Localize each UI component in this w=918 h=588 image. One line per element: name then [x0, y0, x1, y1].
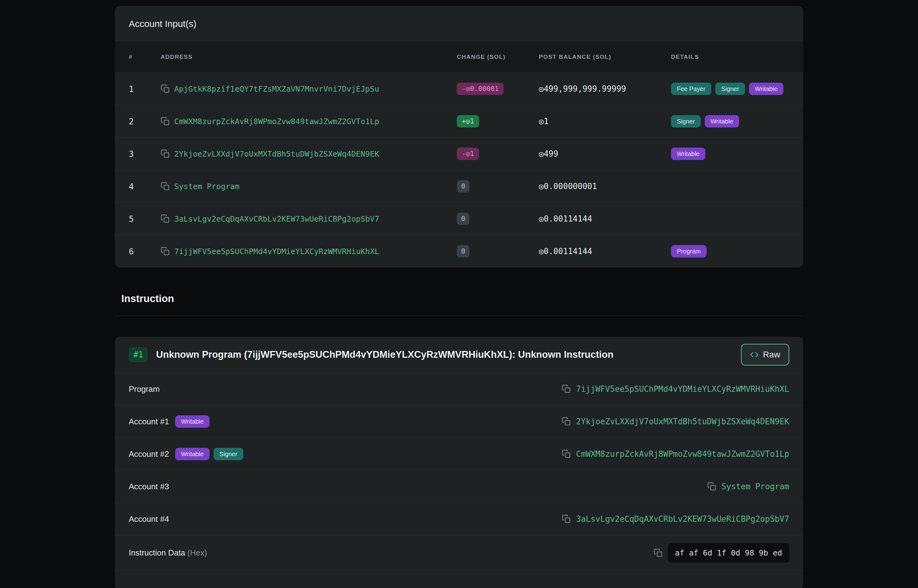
account-address-link[interactable]: CmWXM8zurpZckAvRj8WPmoZvw849tawJZwmZ2GVT… — [576, 449, 789, 459]
account-address-link[interactable]: 2YkjoeZvLXXdjV7oUxMXTdBh5tuDWjbZSXeWq4DE… — [576, 417, 789, 426]
row-index: 2 — [129, 117, 161, 126]
row-label: Account #4 — [129, 514, 169, 524]
account-address-link[interactable]: 7ijjWFV5ee5pSUChPMd4vYDMieYLXCyRzWMVRHiu… — [174, 247, 379, 256]
account-address-link[interactable]: ApjGtkK8pzif1eQY7tFZsMXZaVN7MnvrVni7DvjE… — [174, 84, 379, 94]
post-balance: ◎0.00114144 — [539, 247, 671, 256]
hex-note: (Hex) — [187, 548, 207, 557]
col-header-index: # — [129, 53, 161, 60]
post-balance: ◎1 — [539, 117, 671, 126]
copy-icon[interactable] — [161, 214, 170, 223]
copy-icon[interactable] — [654, 548, 663, 558]
instruction-index-badge: #1 — [129, 347, 148, 362]
instruction-card-header: #1 Unknown Program (7ijjWFV5ee5pSUChPMd4… — [115, 337, 803, 373]
instruction-card: #1 Unknown Program (7ijjWFV5ee5pSUChPMd4… — [115, 337, 803, 588]
instruction-row-account-3: Account #3 System Program — [115, 470, 803, 503]
fee-payer-badge: Fee Payer — [671, 82, 711, 95]
row-label: Program — [129, 384, 160, 394]
program-address-link[interactable]: 7ijjWFV5ee5pSUChPMd4vYDMieYLXCyRzWMVRHiu… — [576, 384, 789, 394]
row-index: 6 — [129, 247, 161, 256]
program-badge: Program — [671, 245, 706, 257]
change-badge: +◎1 — [457, 115, 479, 128]
change-badge: 0 — [457, 180, 470, 192]
change-badge: 0 — [457, 245, 470, 257]
account-address-link[interactable]: CmWXM8zurpZckAvRj8WPmoZvw849tawJZwmZ2GVT… — [174, 117, 379, 126]
code-icon — [750, 351, 759, 359]
instruction-row-program: Program 7ijjWFV5ee5pSUChPMd4vYDMieYLXCyR… — [115, 373, 803, 405]
col-header-address: ADDRESS — [161, 53, 457, 60]
account-address-link[interactable]: 3aLsvLgv2eCqDqAXvCRbLv2KEW73wUeRiCBPg2op… — [576, 514, 789, 523]
writable-badge: Writable — [671, 148, 705, 160]
row-index: 1 — [129, 84, 161, 94]
instruction-row-account-4: Account #4 3aLsvLgv2eCqDqAXvCRbLv2KEW73w… — [115, 503, 803, 535]
signer-badge: Signer — [213, 448, 243, 460]
post-balance: ◎0.000000001 — [539, 182, 671, 191]
copy-icon[interactable] — [161, 149, 170, 158]
instruction-title: Unknown Program (7ijjWFV5ee5pSUChPMd4vYD… — [156, 349, 613, 360]
signer-badge: Signer — [715, 82, 745, 95]
col-header-change: CHANGE (SOL) — [457, 53, 539, 60]
raw-button-label: Raw — [763, 350, 780, 360]
raw-toggle-button[interactable]: Raw — [741, 344, 789, 365]
table-row: 2 CmWXM8zurpZckAvRj8WPmoZvw849tawJZwmZ2G… — [115, 105, 803, 137]
row-label: Account #1 — [129, 417, 169, 426]
col-header-details: DETAILS — [671, 53, 789, 60]
copy-icon[interactable] — [562, 514, 571, 523]
row-label: Account #2 — [129, 449, 169, 459]
instruction-row-account-1: Account #1 Writable 2YkjoeZvLXXdjV7oUxMX… — [115, 405, 803, 438]
row-index: 5 — [129, 214, 161, 224]
card-tail — [115, 571, 803, 588]
copy-icon[interactable] — [161, 247, 170, 256]
col-header-post-balance: POST BALANCE (SOL) — [539, 53, 671, 60]
table-row: 5 3aLsvLgv2eCqDqAXvCRbLv2KEW73wUeRiCBPg2… — [115, 202, 803, 235]
writable-badge: Writable — [175, 448, 210, 460]
copy-icon[interactable] — [161, 117, 170, 126]
instruction-row-account-2: Account #2 Writable Signer CmWXM8zurpZck… — [115, 438, 803, 470]
row-index: 4 — [129, 182, 161, 191]
account-inputs-header: Account Input(s) — [115, 6, 803, 42]
signer-badge: Signer — [671, 115, 701, 128]
copy-icon[interactable] — [562, 417, 571, 426]
instruction-data-hex: af af 6d 1f 0d 98 9b ed — [668, 543, 789, 563]
table-row: 4 System Program 0 ◎0.000000001 — [115, 170, 803, 202]
copy-icon[interactable] — [707, 482, 716, 491]
account-inputs-table-header: # ADDRESS CHANGE (SOL) POST BALANCE (SOL… — [115, 42, 803, 73]
instruction-row-data: Instruction Data (Hex) af af 6d 1f 0d 98… — [115, 535, 803, 571]
account-address-link[interactable]: System Program — [721, 482, 789, 491]
post-balance: ◎499 — [539, 149, 671, 158]
table-row: 3 2YkjoeZvLXXdjV7oUxMXTdBh5tuDWjbZSXeWq4… — [115, 137, 803, 170]
table-row: 1 ApjGtkK8pzif1eQY7tFZsMXZaVN7MnvrVni7Dv… — [115, 73, 803, 105]
account-address-link[interactable]: 2YkjoeZvLXXdjV7oUxMXTdBh5tuDWjbZSXeWq4DE… — [174, 149, 379, 158]
change-badge: 0 — [457, 213, 470, 225]
instruction-section-heading: Instruction — [121, 293, 803, 305]
page-content: Account Input(s) # ADDRESS CHANGE (SOL) … — [115, 0, 803, 588]
table-row: 6 7ijjWFV5ee5pSUChPMd4vYDMieYLXCyRzWMVRH… — [115, 235, 803, 267]
post-balance: ◎499,999,999.99999 — [539, 84, 671, 94]
change-badge: -◎0.00001 — [457, 82, 504, 95]
writable-badge: Writable — [175, 415, 210, 428]
account-address-link[interactable]: System Program — [174, 182, 239, 191]
row-label: Account #3 — [129, 482, 169, 491]
section-divider — [115, 316, 803, 316]
account-address-link[interactable]: 3aLsvLgv2eCqDqAXvCRbLv2KEW73wUeRiCBPg2op… — [174, 215, 379, 223]
writable-badge: Writable — [749, 82, 783, 95]
account-inputs-card: Account Input(s) # ADDRESS CHANGE (SOL) … — [115, 6, 803, 267]
copy-icon[interactable] — [161, 182, 170, 191]
copy-icon[interactable] — [562, 384, 571, 394]
row-label: Instruction Data (Hex) — [129, 548, 207, 558]
writable-badge: Writable — [705, 115, 739, 128]
change-badge: -◎1 — [457, 148, 479, 160]
account-inputs-title: Account Input(s) — [129, 19, 196, 29]
row-index: 3 — [129, 149, 161, 159]
post-balance: ◎0.00114144 — [539, 214, 671, 223]
copy-icon[interactable] — [161, 84, 170, 94]
copy-icon[interactable] — [562, 449, 571, 459]
